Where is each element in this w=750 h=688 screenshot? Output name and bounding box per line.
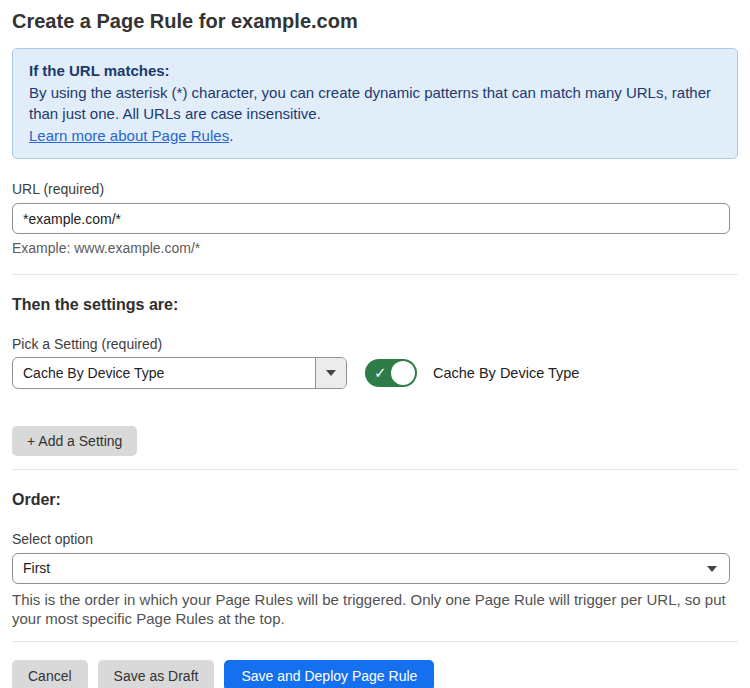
chevron-down-icon <box>326 370 336 376</box>
order-select-label: Select option <box>12 531 738 548</box>
dropdown-arrow-button[interactable] <box>315 358 346 388</box>
setting-dropdown[interactable]: Cache By Device Type <box>12 357 347 389</box>
setting-picker-label: Pick a Setting (required) <box>12 336 738 353</box>
divider <box>12 274 738 275</box>
setting-toggle[interactable]: ✓ <box>365 359 417 387</box>
add-setting-button[interactable]: + Add a Setting <box>12 426 137 456</box>
order-select-value: First <box>13 554 729 583</box>
toggle-knob <box>391 361 415 385</box>
setting-dropdown-value: Cache By Device Type <box>13 358 315 388</box>
info-box-link-line: Learn more about Page Rules. <box>29 125 721 147</box>
learn-more-link[interactable]: Learn more about Page Rules <box>29 127 229 144</box>
footer-actions: Cancel Save as Draft Save and Deploy Pag… <box>12 660 738 688</box>
cancel-button[interactable]: Cancel <box>12 660 88 688</box>
save-and-deploy-button[interactable]: Save and Deploy Page Rule <box>224 660 434 688</box>
divider <box>12 469 738 470</box>
order-section-heading: Order: <box>12 490 738 509</box>
page-title: Create a Page Rule for example.com <box>12 9 738 33</box>
order-select[interactable]: First <box>12 553 730 584</box>
save-as-draft-button[interactable]: Save as Draft <box>98 660 215 688</box>
url-input[interactable] <box>12 203 730 234</box>
order-help-text: This is the order in which your Page Rul… <box>12 590 738 628</box>
url-field-label: URL (required) <box>12 181 738 198</box>
url-match-info-box: If the URL matches: By using the asteris… <box>12 48 738 159</box>
settings-section-heading: Then the settings are: <box>12 295 738 314</box>
setting-row: Cache By Device Type ✓ Cache By Device T… <box>12 357 738 389</box>
divider <box>12 641 738 642</box>
info-box-body: By using the asterisk (*) character, you… <box>29 82 721 125</box>
check-icon: ✓ <box>374 365 387 380</box>
info-box-heading: If the URL matches: <box>29 60 721 82</box>
link-period: . <box>229 127 233 144</box>
chevron-down-icon <box>707 566 717 572</box>
page-rule-form: Create a Page Rule for example.com If th… <box>0 0 750 688</box>
setting-toggle-label: Cache By Device Type <box>433 365 579 381</box>
url-example-hint: Example: www.example.com/* <box>12 240 738 257</box>
